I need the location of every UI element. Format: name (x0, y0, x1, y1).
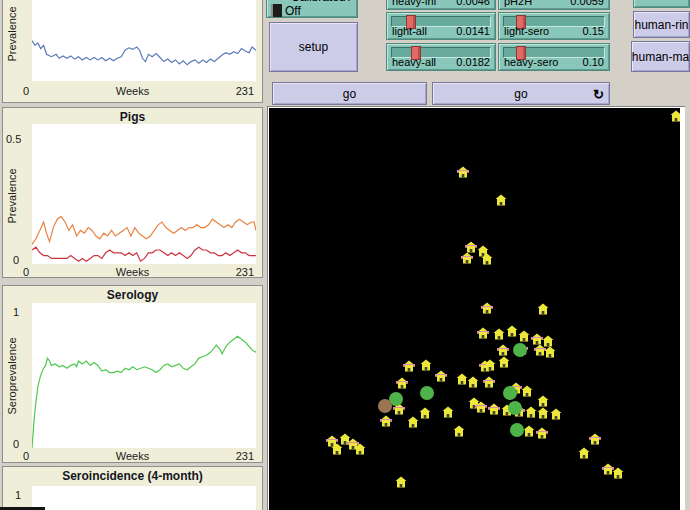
house-icon (477, 327, 489, 339)
serology-ytick-0: 0 (13, 438, 19, 450)
slider-name-label: heavy-inf (392, 0, 437, 7)
house-icon (537, 407, 549, 419)
go-button-label: go (343, 87, 356, 101)
go-forever-button[interactable]: go ↻ (432, 82, 610, 105)
pigs-plot-title: Pigs (3, 110, 262, 124)
serology-plot-title: Serology (3, 288, 262, 302)
slider-value: 0.0182 (456, 56, 490, 68)
house-icon (419, 407, 431, 419)
house-icon (354, 443, 366, 455)
slider-light-sero[interactable]: light-sero 0.15 (498, 12, 610, 40)
pigs-plot-area (32, 124, 256, 264)
house-icon (481, 302, 493, 314)
house-icon (484, 359, 496, 371)
plot-serology-widget: Serology Seroprevalence 1 0 0 Weeks 231 (2, 285, 263, 463)
house-icon (453, 425, 465, 437)
slider-heavy-sero[interactable]: heavy-sero 0.10 (498, 43, 610, 71)
world-view[interactable] (269, 108, 680, 510)
prevalence-chart (32, 0, 256, 81)
series-prevalence (32, 41, 256, 65)
house-icon (395, 476, 407, 488)
house-icon (331, 443, 343, 455)
switch-toggle-icon[interactable] (271, 4, 282, 17)
slider-heavy-inf[interactable]: heavy-inf 0.0046 (386, 0, 496, 10)
slider-name-label: heavy-sero (504, 56, 558, 68)
world-frame (267, 106, 685, 510)
slider-value: 0.0046 (456, 0, 490, 7)
seroincidence-plot-area (32, 486, 256, 510)
plot-seroincidence-widget: Seroincidence (4-month) 1 (2, 466, 263, 510)
tree-icon (420, 386, 434, 400)
serology-chart (32, 303, 256, 448)
human-ring-button-label: human-rin (634, 18, 688, 32)
house-icon (544, 346, 556, 358)
slider-heavy-all[interactable]: heavy-all 0.0182 (386, 43, 496, 71)
prevalence-plot-area (32, 0, 256, 81)
house-icon (537, 395, 549, 407)
slider-ph2h[interactable]: pH2H 0.0059 (498, 0, 610, 10)
pigs-xtick-231: 231 (236, 266, 254, 278)
house-icon (420, 359, 432, 371)
go-forever-button-label: go (514, 87, 527, 101)
prevalence-x-axis-label: Weeks (3, 85, 262, 97)
switch-state-label: Off (285, 4, 301, 18)
pigs-ytick-0: 0 (13, 254, 19, 266)
house-icon (578, 447, 590, 459)
mound-icon (378, 399, 392, 413)
pigs-chart (32, 124, 256, 264)
house-icon (442, 406, 454, 418)
house-icon (493, 328, 505, 340)
house-icon (495, 194, 507, 206)
house-icon (488, 403, 500, 415)
house-icon (523, 425, 535, 437)
house-icon (403, 360, 415, 372)
serology-y-axis-label: Seroprevalence (6, 333, 18, 419)
house-icon (536, 427, 548, 439)
house-icon (612, 467, 624, 479)
house-icon (670, 110, 680, 122)
slider-light-all[interactable]: light-all 0.0141 (386, 12, 496, 40)
setup-button[interactable]: setup (269, 22, 358, 72)
switch-name-label: Calibrated? (291, 0, 352, 4)
house-icon (525, 406, 537, 418)
house-icon (481, 253, 493, 265)
tree-icon (510, 423, 524, 437)
slider-name-label: light-sero (504, 25, 549, 37)
human-mass-button-label: human-ma (632, 50, 689, 64)
house-icon (467, 376, 479, 388)
right-widget-edge (633, 0, 690, 8)
series-seroprevalence (32, 336, 256, 448)
pigs-ytick-top: 0.5 (6, 133, 21, 145)
house-icon (483, 376, 495, 388)
slider-value: 0.15 (583, 25, 604, 37)
calibrated-switch[interactable]: Off Calibrated? (266, 0, 358, 18)
slider-value: 0.0141 (456, 25, 490, 37)
slider-value: 0.0059 (570, 0, 604, 7)
pigs-y-axis-label: Prevalence (6, 163, 18, 229)
series-red (32, 247, 256, 261)
house-icon (498, 356, 510, 368)
house-icon (475, 401, 487, 413)
seroincidence-ytick-top: 1 (15, 489, 21, 501)
tree-icon (503, 386, 517, 400)
slider-name-label: heavy-all (392, 56, 436, 68)
house-icon (518, 330, 530, 342)
series-orange (32, 216, 256, 244)
house-icon (407, 416, 419, 428)
serology-plot-area (32, 303, 256, 448)
serology-xtick-231: 231 (236, 450, 254, 462)
plot-pigs-widget: Pigs Prevalence 0.5 0 0 Weeks 231 (2, 107, 263, 278)
human-mass-button[interactable]: human-ma (631, 41, 690, 72)
human-ring-button[interactable]: human-rin (633, 11, 690, 38)
prevalence-xtick-231: 231 (236, 85, 254, 97)
house-icon (506, 325, 518, 337)
go-button[interactable]: go (272, 82, 427, 105)
tree-icon (513, 343, 527, 357)
house-icon (380, 415, 392, 427)
slider-name-label: light-all (392, 25, 427, 37)
house-icon (435, 370, 447, 382)
prevalence-y-axis-label: Prevalence (6, 1, 18, 67)
serology-ytick-top: 1 (13, 306, 19, 318)
seroincidence-plot-title: Seroincidence (4-month) (3, 469, 262, 483)
serology-x-axis-label: Weeks (3, 450, 262, 462)
